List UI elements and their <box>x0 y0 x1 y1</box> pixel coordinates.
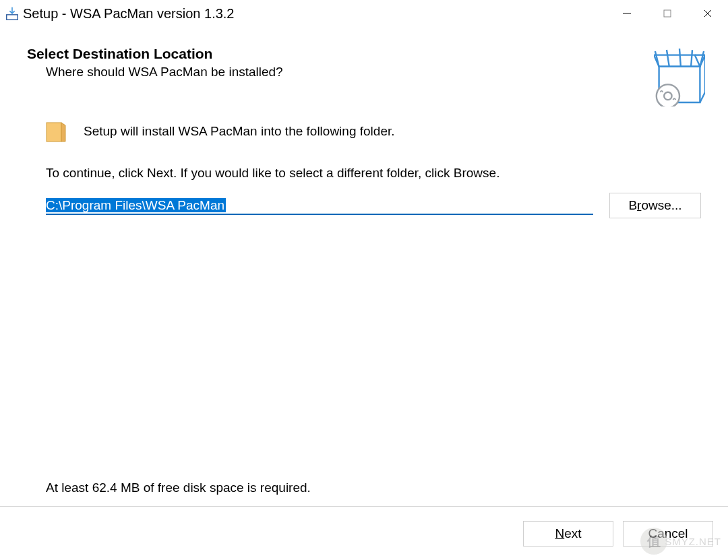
svg-rect-0 <box>7 15 18 20</box>
folder-icon <box>46 120 66 143</box>
next-button[interactable]: Next <box>523 521 613 547</box>
svg-point-9 <box>657 84 679 106</box>
app-icon <box>4 5 20 22</box>
window-title: Setup - WSA PacMan version 1.3.2 <box>23 6 235 22</box>
install-path-input[interactable]: C:\Program Files\WSA PacMan <box>46 196 593 215</box>
page-header: Select Destination Location Where should… <box>27 46 701 80</box>
installer-box-icon <box>654 46 705 106</box>
next-button-label: Next <box>555 526 581 541</box>
title-bar: Setup - WSA PacMan version 1.3.2 <box>0 0 728 27</box>
path-selection-row: C:\Program Files\WSA PacMan Browse... <box>46 193 701 218</box>
continue-instruction: To continue, click Next. If you would li… <box>46 166 701 181</box>
svg-marker-7 <box>654 55 700 67</box>
page-heading: Select Destination Location <box>27 46 701 62</box>
page-subheading: Where should WSA PacMan be installed? <box>46 65 701 80</box>
install-path-value: C:\Program Files\WSA PacMan <box>46 198 226 212</box>
browse-button-label: Browse... <box>628 198 681 213</box>
window-controls <box>607 0 728 27</box>
svg-marker-12 <box>61 123 65 142</box>
close-button[interactable] <box>688 0 728 27</box>
svg-rect-3 <box>664 10 671 17</box>
cancel-button[interactable]: Cancel <box>623 521 713 547</box>
wizard-page: Select Destination Location Where should… <box>0 27 728 506</box>
install-folder-info: Setup will install WSA PacMan into the f… <box>46 120 701 143</box>
maximize-button[interactable] <box>647 0 688 27</box>
cancel-button-label: Cancel <box>648 526 688 541</box>
install-folder-text: Setup will install WSA PacMan into the f… <box>84 124 395 139</box>
page-body: Setup will install WSA PacMan into the f… <box>27 120 701 218</box>
wizard-footer: Next Cancel <box>0 506 728 560</box>
minimize-button[interactable] <box>607 0 647 27</box>
svg-rect-11 <box>47 123 61 142</box>
disk-space-requirement: At least 62.4 MB of free disk space is r… <box>46 480 311 495</box>
browse-button[interactable]: Browse... <box>609 193 701 218</box>
